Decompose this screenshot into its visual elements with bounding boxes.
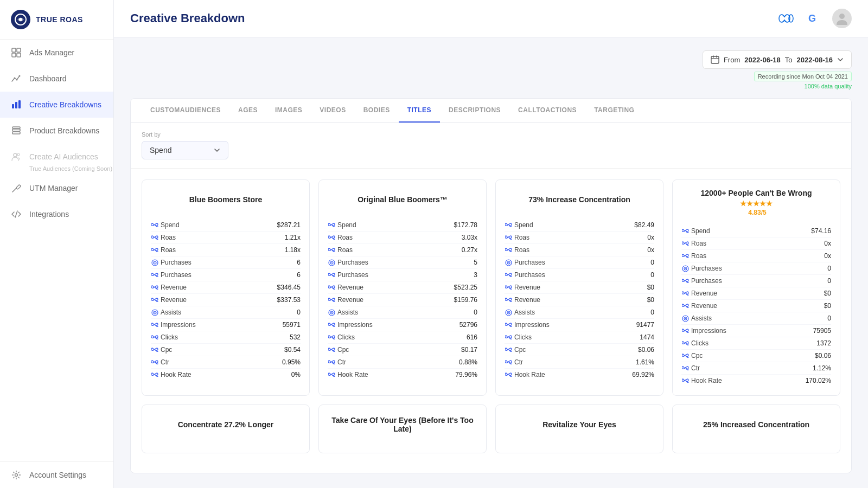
svg-point-15	[14, 153, 17, 157]
metric-value: 6	[297, 271, 301, 279]
metric-label: Purchases	[681, 265, 722, 272]
metric-row: Roas 0x	[505, 244, 654, 256]
google-icon[interactable]: G	[804, 10, 821, 27]
metric-row: Purchases 0	[505, 269, 654, 281]
card-title: 12000+ People Can't Be Wrong★★★★★4.83/5	[681, 189, 831, 216]
metric-value: 52796	[459, 321, 477, 329]
svg-rect-4	[12, 53, 16, 57]
svg-rect-10	[15, 102, 17, 108]
tab-ages[interactable]: AGES	[229, 99, 266, 123]
recording-badge: Recording since Mon Oct 04 2021	[754, 72, 852, 81]
gear-icon	[11, 470, 22, 480]
infinity-metric-icon	[328, 348, 335, 352]
metric-row: Revenue $337.53	[151, 294, 301, 306]
metric-label: Revenue	[681, 302, 717, 310]
wrench-icon	[11, 183, 22, 194]
infinity-metric-icon	[682, 279, 689, 284]
stars: ★★★★★	[701, 200, 812, 208]
infinity-metric-icon	[682, 341, 689, 346]
sidebar-item-utm-manager[interactable]: UTM Manager	[0, 175, 113, 201]
card-title: 73% Increase Concentration	[505, 189, 654, 210]
infinity-metric-icon	[505, 298, 512, 303]
infinity-metric-icon	[151, 335, 158, 340]
sidebar-item-account-settings[interactable]: Account Settings	[0, 462, 113, 488]
sidebar-item-creative-breakdowns[interactable]: Creative Breakdowns	[0, 92, 113, 118]
ad-card-partial: 25% Increased Concentration	[672, 404, 840, 453]
metric-label: Roas	[681, 252, 706, 260]
svg-rect-2	[12, 48, 16, 52]
sidebar-item-ads-manager[interactable]: Ads Manager	[0, 40, 113, 66]
date-from-label: From	[724, 56, 740, 64]
sidebar-item-integrations[interactable]: Integrations	[0, 201, 113, 227]
date-picker[interactable]: From 2022-06-18 To 2022-08-16	[703, 50, 852, 69]
svg-point-16	[17, 153, 20, 156]
infinity-metric-icon	[328, 373, 335, 377]
metric-value: $159.76	[454, 296, 477, 304]
metric-value: 0x	[824, 240, 831, 247]
metric-row: Purchases 0	[681, 275, 831, 287]
metric-row: Impressions 91477	[505, 319, 654, 331]
svg-point-38	[331, 312, 332, 313]
ad-card-partial: Take Care Of Your Eyes (Before It's Too …	[318, 404, 487, 453]
infinity-metric-icon	[505, 323, 512, 328]
logo-icon	[11, 10, 30, 29]
chevron-down-icon	[837, 56, 844, 63]
metric-row: Revenue $0	[681, 287, 831, 300]
metric-label: Cpc	[681, 352, 703, 359]
sidebar-label-create-ai-audiences: Create AI Audiences	[29, 152, 98, 161]
topbar: Creative Breakdown G	[114, 0, 868, 37]
tab-bodies[interactable]: BODIES	[355, 99, 399, 123]
tab-titles[interactable]: TITLES	[399, 99, 440, 123]
tab-descriptions[interactable]: DESCRIPTIONS	[440, 99, 509, 123]
metric-label: Hook Rate	[328, 371, 368, 378]
target-metric-icon	[151, 309, 158, 316]
grid-icon	[11, 47, 22, 58]
metric-label: Clicks	[681, 339, 709, 347]
infinity-metric-icon	[505, 223, 512, 228]
metric-value: 1474	[640, 333, 654, 341]
metric-row: Roas 0x	[505, 232, 654, 244]
infinity-metric-icon	[328, 273, 335, 278]
date-picker-wrapper: From 2022-06-18 To 2022-08-16 Recording …	[703, 50, 852, 89]
metric-label: Clicks	[505, 333, 532, 341]
infinity-metric-icon	[505, 335, 512, 340]
tab-targeting[interactable]: TARGETING	[585, 99, 643, 123]
infinity-metric-icon	[151, 248, 158, 253]
metric-row: Revenue $346.45	[151, 281, 301, 294]
code-icon	[11, 209, 22, 220]
metric-label: Roas	[328, 234, 353, 241]
infinity-metric-icon	[505, 373, 512, 377]
tab-images[interactable]: IMAGES	[266, 99, 311, 123]
meta-icon[interactable]	[778, 10, 795, 27]
metric-row: Purchases 0	[681, 262, 831, 275]
svg-point-35	[331, 262, 332, 263]
metric-label: Purchases	[681, 277, 722, 285]
metric-row: Revenue $0	[505, 294, 654, 306]
metric-label: Revenue	[505, 296, 540, 304]
sidebar-item-product-breakdowns[interactable]: Product Breakdowns	[0, 118, 113, 144]
sidebar-label-product-breakdowns: Product Breakdowns	[29, 126, 99, 135]
svg-rect-11	[18, 100, 21, 108]
svg-point-44	[508, 312, 509, 313]
card-title: 25% Increased Concentration	[681, 414, 831, 435]
infinity-metric-icon	[328, 335, 335, 340]
sort-select[interactable]: Spend	[142, 141, 228, 159]
avatar[interactable]	[832, 9, 852, 28]
tab-videos[interactable]: VIDEOS	[311, 99, 354, 123]
metric-row: Spend $82.49	[505, 219, 654, 232]
infinity-metric-icon	[682, 378, 689, 383]
tab-customaudiences[interactable]: CUSTOMAUDIENCES	[142, 99, 229, 123]
metric-label: Hook Rate	[505, 371, 545, 378]
metric-value: $523.25	[454, 284, 477, 291]
sidebar-item-dashboard[interactable]: Dashboard	[0, 66, 113, 92]
metric-value: 1.61%	[636, 358, 654, 366]
metric-label: Assists	[328, 309, 358, 316]
target-metric-icon	[328, 309, 335, 316]
metric-row: Impressions 55971	[151, 319, 301, 331]
card-title: Blue Boomers Store	[151, 189, 301, 210]
sidebar-label-creative-breakdowns: Creative Breakdowns	[29, 100, 101, 109]
tab-calltoactions[interactable]: CALLTOACTIONS	[509, 99, 585, 123]
metric-label: Roas	[505, 246, 529, 254]
metric-row: Cpc $0.54	[151, 344, 301, 356]
main-content: Creative Breakdown G	[114, 0, 868, 488]
